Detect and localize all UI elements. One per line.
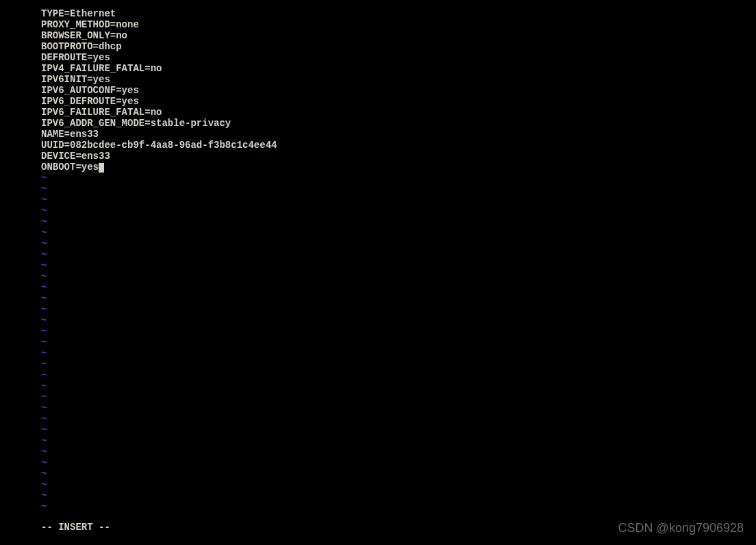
tilde-line: ~ xyxy=(41,304,756,315)
tilde-line: ~ xyxy=(41,348,756,359)
tilde-line: ~ xyxy=(41,173,756,183)
tilde-line: ~ xyxy=(41,249,756,260)
file-line[interactable]: IPV4_FAILURE_FATAL=no xyxy=(41,63,756,74)
file-line[interactable]: DEFROUTE=yes xyxy=(41,52,756,63)
tilde-line: ~ xyxy=(41,435,756,446)
tilde-line: ~ xyxy=(41,260,756,271)
file-line[interactable]: IPV6_FAILURE_FATAL=no xyxy=(41,107,756,118)
tilde-line: ~ xyxy=(41,183,756,194)
file-line[interactable]: TYPE=Ethernet xyxy=(41,8,756,19)
tilde-line: ~ xyxy=(41,392,756,403)
tilde-line: ~ xyxy=(41,403,756,414)
tilde-line: ~ xyxy=(41,227,756,238)
tilde-line: ~ xyxy=(41,501,756,512)
tilde-line: ~ xyxy=(41,424,756,435)
file-line[interactable]: BOOTPROTO=dhcp xyxy=(41,41,756,52)
file-line[interactable]: BROWSER_ONLY=no xyxy=(41,30,756,41)
file-line[interactable]: UUID=082bcdee-cb9f-4aa8-96ad-f3b8c1c4ee4… xyxy=(41,140,756,151)
tilde-line: ~ xyxy=(41,282,756,293)
tilde-line: ~ xyxy=(41,326,756,337)
tilde-line: ~ xyxy=(41,414,756,424)
file-line[interactable]: PROXY_METHOD=none xyxy=(41,19,756,30)
vim-status-line: -- INSERT -- xyxy=(41,522,110,533)
tilde-line: ~ xyxy=(41,370,756,381)
tilde-line: ~ xyxy=(41,271,756,282)
file-content[interactable]: TYPE=EthernetPROXY_METHOD=noneBROWSER_ON… xyxy=(41,8,756,173)
tilde-line: ~ xyxy=(41,479,756,490)
tilde-line: ~ xyxy=(41,446,756,457)
tilde-line: ~ xyxy=(41,194,756,205)
file-line[interactable]: NAME=ens33 xyxy=(41,129,756,140)
tilde-line: ~ xyxy=(41,381,756,392)
tilde-line: ~ xyxy=(41,468,756,479)
file-line[interactable]: ONBOOT=yes xyxy=(41,162,756,173)
file-line[interactable]: IPV6_ADDR_GEN_MODE=stable-privacy xyxy=(41,118,756,129)
tilde-line: ~ xyxy=(41,216,756,227)
empty-lines: ~~~~~~~~~~~~~~~~~~~~~~~~~~~~~~~ xyxy=(41,173,756,512)
file-line[interactable]: IPV6INIT=yes xyxy=(41,74,756,85)
watermark: CSDN @kong7906928 xyxy=(618,521,744,535)
cursor xyxy=(99,163,104,173)
tilde-line: ~ xyxy=(41,315,756,326)
file-line[interactable]: DEVICE=ens33 xyxy=(41,151,756,162)
file-line[interactable]: IPV6_DEFROUTE=yes xyxy=(41,96,756,107)
tilde-line: ~ xyxy=(41,490,756,501)
file-line[interactable]: IPV6_AUTOCONF=yes xyxy=(41,85,756,96)
tilde-line: ~ xyxy=(41,359,756,370)
tilde-line: ~ xyxy=(41,337,756,348)
tilde-line: ~ xyxy=(41,293,756,304)
terminal-editor[interactable]: TYPE=EthernetPROXY_METHOD=noneBROWSER_ON… xyxy=(0,0,756,512)
tilde-line: ~ xyxy=(41,205,756,216)
tilde-line: ~ xyxy=(41,238,756,249)
tilde-line: ~ xyxy=(41,457,756,468)
